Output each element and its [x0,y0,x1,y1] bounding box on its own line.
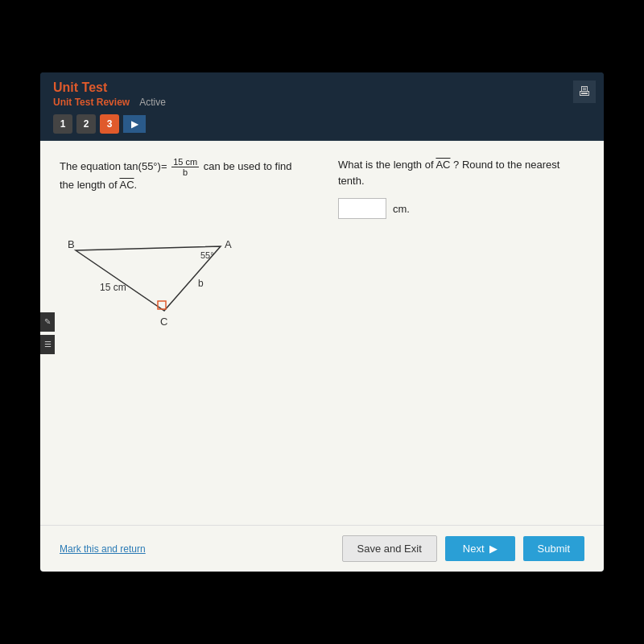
question-area: The equation tan(55°)= 15 cm b can be us… [60,157,584,512]
svg-text:B: B [68,238,75,250]
unit-label: cm. [393,203,410,215]
submit-button[interactable]: Submit [523,536,584,561]
svg-rect-1 [158,301,166,309]
status-badge: Active [139,97,166,108]
svg-text:A: A [225,238,232,250]
svg-text:b: b [198,278,204,289]
breadcrumb: Unit Test Review [53,97,130,108]
left-panel: The equation tan(55°)= 15 cm b can be us… [60,157,306,512]
main-content: ✎ ☰ The equation tan(55°)= 15 cm b can b… [40,141,604,525]
next-button[interactable]: Next ▶ [445,536,515,561]
header: Unit Test Unit Test Review Active 1 2 3 … [40,72,604,141]
fraction-numerator: 15 cm [171,157,199,167]
tool-btn-2[interactable]: ☰ [40,335,55,354]
tool-btn-1[interactable]: ✎ [40,312,55,332]
svg-text:15 cm: 15 cm [100,282,126,293]
footer: Mark this and return Save and Exit Next … [40,525,604,572]
page-title: Unit Test [53,80,591,95]
question-part1: The equation tan(55°)= [60,160,167,172]
answer-input[interactable] [338,198,386,219]
right-question-part1: What is the length of [338,159,434,171]
segment-ac-left: AC [119,179,134,191]
triangle-svg: B A C 55° 15 cm b [60,206,253,335]
fraction-denominator: b [181,167,189,177]
fraction: 15 cm b [171,157,199,177]
mark-return-button[interactable]: Mark this and return [60,543,146,555]
question-buttons: 1 2 3 ▶ [53,114,146,134]
svg-text:55°: 55° [200,250,214,260]
next-arrow-button[interactable]: ▶ [123,115,146,133]
question-btn-2[interactable]: 2 [76,114,96,134]
triangle-container: B A C 55° 15 cm b [60,206,306,338]
question-btn-1[interactable]: 1 [53,114,72,134]
question-text-right: What is the length of AC ? Round to the … [338,157,584,188]
side-toolbar: ✎ ☰ [40,312,55,354]
question-btn-3[interactable]: 3 [100,114,119,134]
next-arrow-icon: ▶ [489,543,497,555]
save-exit-button[interactable]: Save and Exit [342,535,437,562]
print-button[interactable]: 🖶 [573,80,596,103]
question-text-left: The equation tan(55°)= 15 cm b can be us… [60,157,306,193]
svg-text:C: C [160,316,167,328]
segment-ac-right: AC [436,159,450,171]
footer-buttons: Save and Exit Next ▶ Submit [342,535,584,562]
answer-row: cm. [338,198,584,219]
right-panel: What is the length of AC ? Round to the … [338,157,584,512]
